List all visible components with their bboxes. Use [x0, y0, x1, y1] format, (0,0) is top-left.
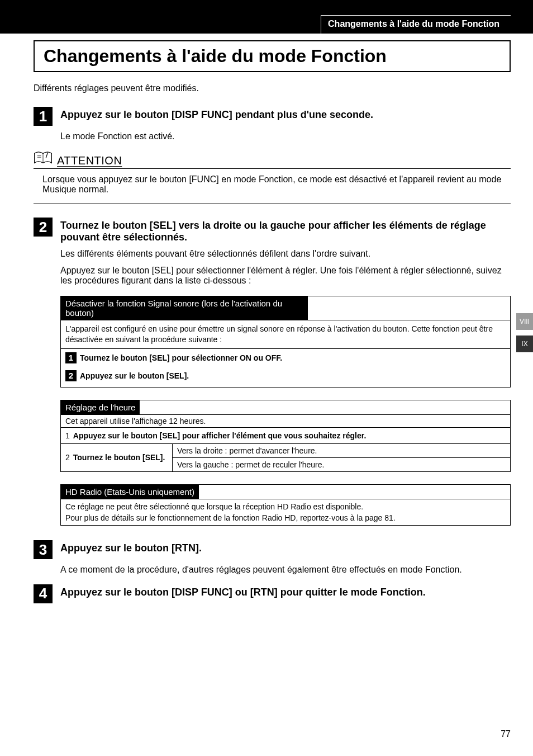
substep-text: Appuyez sur le bouton [SEL].: [80, 371, 189, 380]
beep-header-row: Désactiver la fonction Signal sonore (lo…: [61, 296, 510, 320]
book-icon: [34, 150, 53, 167]
step-number: 3: [34, 540, 53, 559]
tab-ix[interactable]: IX: [516, 336, 533, 352]
beep-section: Désactiver la fonction Signal sonore (lo…: [60, 296, 511, 388]
time-step-1: 1 Appuyez sur le bouton [SEL] pour affic…: [61, 428, 510, 444]
page-title: Changements à l'aide du mode Fonction: [44, 46, 501, 67]
attention-block: ATTENTION Lorsque vous appuyez sur le bo…: [34, 150, 511, 204]
time-header-row: Réglage de l'heure: [61, 400, 510, 415]
attention-label: ATTENTION: [57, 154, 122, 167]
beep-step-1: 1 Tournez le bouton [SEL] pour sélection…: [61, 349, 510, 367]
step-title: Tournez le bouton [SEL] vers la droite o…: [60, 218, 511, 243]
hd-line-1: Ce réglage ne peut être sélectionné que …: [65, 501, 506, 512]
substep-number: 1: [65, 352, 77, 363]
time-step-2-grid: 2 Tournez le bouton [SEL]. Vers la droit…: [61, 444, 510, 471]
beep-desc: L'appareil est configuré en usine pour é…: [61, 320, 510, 349]
step-number: 1: [34, 107, 53, 126]
step-title: Appuyez sur le bouton [DISP FUNC] pendan…: [60, 107, 373, 121]
side-tabs: VIII IX: [516, 313, 533, 352]
substep-number: 2: [65, 453, 70, 462]
substep-number: 1: [65, 431, 70, 440]
step-title: Appuyez sur le bouton [DISP FUNC] ou [RT…: [60, 584, 426, 598]
step-4: 4 Appuyez sur le bouton [DISP FUNC] ou […: [34, 584, 511, 603]
hd-line-2: Pour plus de détails sur le fonctionneme…: [65, 512, 506, 523]
time-header: Réglage de l'heure: [61, 400, 140, 414]
step-3: 3 Appuyez sur le bouton [RTN].: [34, 540, 511, 559]
time-right-bot: Vers la gauche : permet de reculer l'heu…: [173, 458, 510, 471]
hd-section: HD Radio (Etats-Unis uniquement) Ce régl…: [60, 484, 511, 526]
substep-text: Appuyez sur le bouton [SEL] pour affiche…: [73, 431, 367, 440]
step-3-body: A ce moment de la procédure, d'autres ré…: [60, 565, 511, 575]
time-right-top: Vers la droite : permet d'avancer l'heur…: [173, 444, 510, 458]
time-section: Réglage de l'heure Cet appareil utilise …: [60, 400, 511, 472]
beep-header: Désactiver la fonction Signal sonore (lo…: [61, 296, 308, 320]
page-number: 77: [501, 729, 511, 739]
step-1: 1 Appuyez sur le bouton [DISP FUNC] pend…: [34, 107, 511, 126]
substep-text: Tournez le bouton [SEL].: [73, 453, 165, 462]
hd-header: HD Radio (Etats-Unis uniquement): [61, 485, 199, 499]
time-desc: Cet appareil utilise l'affichage 12 heur…: [61, 415, 510, 428]
attention-body: Lorsque vous appuyez sur le bouton [FUNC…: [34, 169, 511, 204]
attention-heading: ATTENTION: [34, 150, 511, 169]
section-title-box: Changements à l'aide du mode Fonction: [34, 40, 511, 72]
step-title: Appuyez sur le bouton [RTN].: [60, 540, 202, 554]
step-number: 4: [34, 584, 53, 603]
intro-text: Différents réglages peuvent être modifié…: [34, 83, 511, 93]
step-2-body-1: Les différents éléments pouvant être sél…: [60, 249, 511, 259]
step-2: 2 Tournez le bouton [SEL] vers la droite…: [34, 218, 511, 243]
header-band: Changements à l'aide du mode Fonction: [0, 0, 533, 34]
substep-number: 2: [65, 370, 77, 381]
step-1-body: Le mode Fonction est activé.: [60, 131, 511, 141]
hd-header-row: HD Radio (Etats-Unis uniquement): [61, 485, 510, 499]
step-2-body-2: Appuyez sur le bouton [SEL] pour sélecti…: [60, 266, 511, 286]
tab-viii[interactable]: VIII: [516, 313, 533, 330]
substep-text: Tournez le bouton [SEL] pour sélectionne…: [80, 353, 282, 362]
hd-body: Ce réglage ne peut être sélectionné que …: [61, 499, 510, 526]
step-number: 2: [34, 218, 53, 237]
page-content: Changements à l'aide du mode Fonction Di…: [0, 34, 533, 603]
time-step-2-left: 2 Tournez le bouton [SEL].: [61, 444, 173, 471]
breadcrumb: Changements à l'aide du mode Fonction: [321, 15, 511, 34]
beep-step-2: 2 Appuyez sur le bouton [SEL].: [61, 367, 510, 387]
